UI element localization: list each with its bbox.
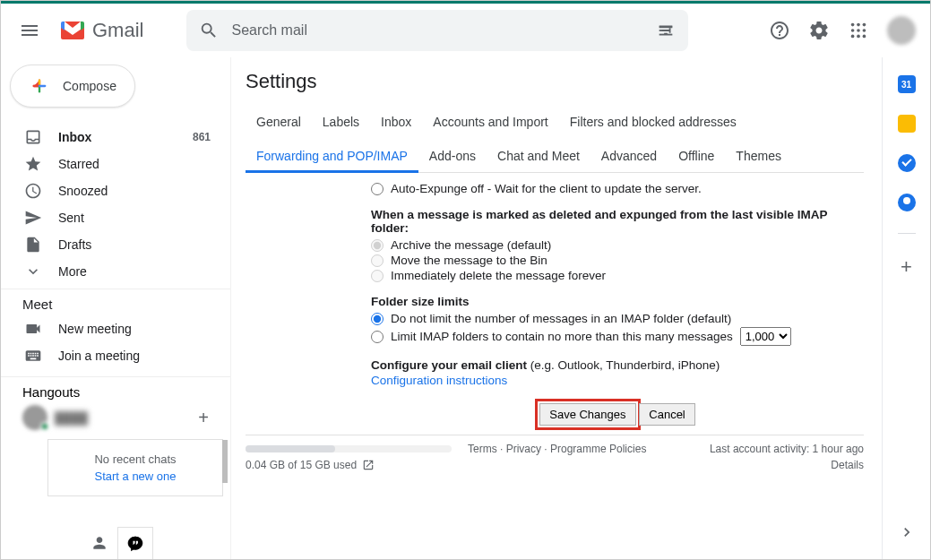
sidebar-item-snoozed[interactable]: Snoozed — [1, 177, 230, 204]
chevron-down-icon — [24, 263, 42, 280]
svg-point-10 — [851, 35, 855, 39]
opt-auto-expunge-off: Auto-Expunge off - Wait for the client t… — [371, 182, 864, 195]
opt-limit: Limit IMAP folders to contain no more th… — [371, 327, 864, 346]
svg-rect-2 — [659, 34, 673, 36]
settings-tabs: General Labels Inbox Accounts and Import… — [246, 102, 864, 173]
search-bar[interactable] — [186, 10, 688, 51]
tab-inbox[interactable]: Inbox — [370, 108, 422, 136]
main-menu-button[interactable] — [8, 9, 51, 52]
svg-point-6 — [863, 23, 866, 27]
svg-rect-3 — [669, 28, 671, 33]
tab-filters[interactable]: Filters and blocked addresses — [559, 108, 747, 136]
svg-point-12 — [863, 35, 866, 39]
send-icon — [24, 209, 42, 227]
header: Gmail — [1, 4, 930, 57]
hide-panel-icon[interactable] — [898, 523, 916, 541]
gmail-icon — [58, 20, 87, 41]
sidebar-item-more[interactable]: More — [1, 258, 230, 285]
opt-archive: Archive the message (default) — [371, 238, 864, 252]
new-chat-icon[interactable]: + — [198, 408, 209, 428]
save-button[interactable]: Save Changes — [539, 403, 635, 426]
tab-labels[interactable]: Labels — [312, 108, 370, 136]
new-meeting[interactable]: New meeting — [1, 315, 230, 342]
opt-delete: Immediately delete the message forever — [371, 269, 864, 282]
compose-button[interactable]: Compose — [10, 65, 135, 108]
file-icon — [24, 236, 42, 254]
video-icon — [24, 320, 42, 338]
meet-section-title: Meet — [1, 289, 230, 315]
hangouts-user[interactable]: ████ + — [1, 400, 230, 430]
sidebar-item-sent[interactable]: Sent — [1, 204, 230, 231]
clock-icon — [24, 182, 42, 200]
contacts-addon-icon[interactable] — [898, 194, 916, 211]
side-panel: 31 + — [882, 57, 930, 559]
get-addons-icon[interactable]: + — [901, 255, 912, 279]
sidebar-item-inbox[interactable]: Inbox 861 — [1, 124, 230, 151]
svg-point-8 — [857, 29, 860, 32]
settings-icon[interactable] — [801, 13, 837, 48]
svg-point-13 — [129, 536, 142, 549]
keyboard-icon — [24, 347, 42, 365]
storage-usage: 0.04 GB of 15 GB used — [246, 459, 357, 471]
keep-addon-icon[interactable] — [898, 115, 916, 133]
star-icon — [24, 155, 42, 173]
tab-addons[interactable]: Add-ons — [418, 142, 487, 172]
expunge-section-title: When a message is marked as deleted and … — [371, 208, 864, 235]
app-name: Gmail — [92, 19, 143, 42]
calendar-addon-icon[interactable]: 31 — [898, 75, 916, 93]
opt-no-limit: Do not limit the number of messages in a… — [371, 312, 864, 325]
sidebar: Compose Inbox 861 Starred Snoozed Sent — [1, 57, 230, 559]
hangouts-tab-icon[interactable] — [117, 527, 153, 559]
search-options-icon[interactable] — [656, 21, 676, 40]
footer-links[interactable]: Terms · Privacy · Programme Policies — [468, 443, 646, 455]
limit-select[interactable]: 1,000 — [740, 327, 791, 346]
join-meeting[interactable]: Join a meeting — [1, 342, 230, 369]
hangouts-title: Hangouts — [22, 384, 80, 400]
plus-icon — [27, 73, 52, 99]
tab-forwarding[interactable]: Forwarding and POP/IMAP — [246, 142, 418, 173]
details-link[interactable]: Details — [831, 459, 864, 471]
footer: Terms · Privacy · Programme Policies Las… — [246, 435, 864, 471]
cancel-button[interactable]: Cancel — [639, 403, 694, 426]
page-title: Settings — [246, 70, 864, 93]
apps-icon[interactable] — [840, 13, 876, 48]
chat-empty-state: No recent chats Start a new one — [47, 439, 223, 496]
search-icon — [199, 21, 219, 40]
tab-general[interactable]: General — [246, 108, 312, 136]
folder-section-title: Folder size limits — [371, 295, 864, 308]
external-link-icon[interactable] — [362, 459, 375, 471]
main-content: Settings General Labels Inbox Accounts a… — [230, 57, 882, 559]
svg-point-4 — [851, 23, 855, 27]
tab-accounts[interactable]: Accounts and Import — [422, 108, 558, 136]
tab-advanced[interactable]: Advanced — [590, 142, 668, 172]
svg-point-5 — [857, 23, 860, 27]
tab-chat[interactable]: Chat and Meet — [487, 142, 590, 172]
start-new-chat[interactable]: Start a new one — [57, 470, 213, 483]
config-title: Configure your email client — [371, 358, 527, 372]
account-avatar[interactable] — [887, 16, 916, 45]
support-icon[interactable] — [762, 13, 797, 48]
config-instructions-link[interactable]: Configuration instructions — [371, 374, 864, 387]
search-input[interactable] — [231, 22, 643, 39]
svg-point-11 — [857, 35, 860, 39]
inbox-icon — [24, 128, 42, 146]
opt-bin: Move the message to the Bin — [371, 254, 864, 267]
tab-themes[interactable]: Themes — [725, 142, 792, 172]
contact-tab-icon[interactable] — [82, 527, 117, 559]
sidebar-item-starred[interactable]: Starred — [1, 151, 230, 177]
svg-point-9 — [863, 29, 866, 32]
horizontal-scrollbar[interactable] — [246, 445, 452, 452]
gmail-logo[interactable]: Gmail — [58, 19, 143, 42]
svg-point-7 — [851, 29, 855, 32]
sidebar-item-drafts[interactable]: Drafts — [1, 231, 230, 258]
svg-rect-0 — [659, 26, 673, 28]
tasks-addon-icon[interactable] — [898, 154, 916, 172]
svg-rect-1 — [659, 30, 668, 31]
tab-offline[interactable]: Offline — [668, 142, 725, 172]
last-activity: Last account activity: 1 hour ago — [710, 443, 864, 455]
